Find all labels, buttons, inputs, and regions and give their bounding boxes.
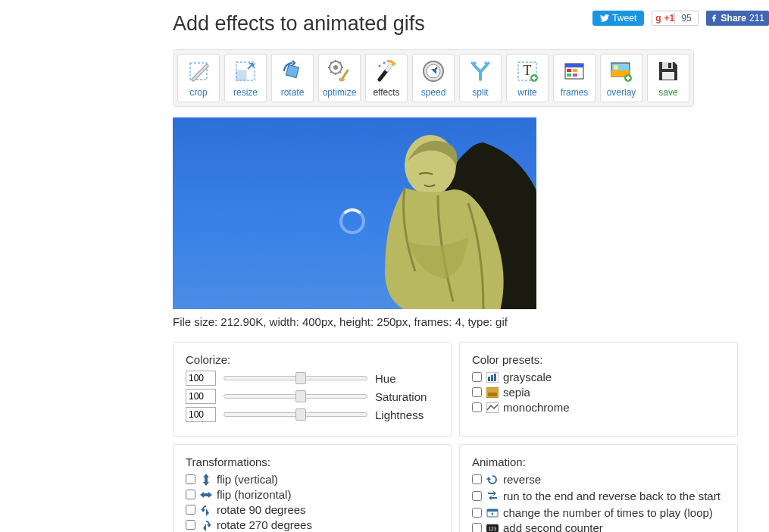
flip-horizontal-checkbox[interactable]: [186, 490, 195, 499]
presets-panel: Color presets: grayscale sepia: [459, 342, 738, 437]
svg-rect-17: [573, 69, 577, 72]
monochrome-checkbox[interactable]: [472, 402, 482, 412]
reverse-checkbox[interactable]: [472, 474, 482, 484]
twitter-icon: [600, 14, 609, 22]
colorize-title: Colorize:: [186, 353, 439, 366]
svg-rect-19: [573, 74, 577, 77]
hue-label: Hue: [375, 372, 396, 385]
gplus-button[interactable]: g+1 95: [652, 11, 698, 26]
svg-point-5: [333, 65, 338, 70]
effects-icon: [374, 58, 399, 84]
file-info: File size: 212.90K, width: 400px, height…: [173, 315, 769, 328]
tool-save[interactable]: save: [647, 54, 689, 102]
optimize-icon: [327, 58, 352, 84]
animation-title: Animation:: [472, 455, 725, 468]
lightness-label: Lightness: [375, 408, 424, 421]
svg-rect-25: [668, 63, 671, 68]
rotate-270-icon: [200, 519, 212, 531]
svg-rect-31: [494, 374, 496, 381]
share-buttons: Tweet g+1 95 Share 211: [592, 11, 769, 26]
loop-checkbox[interactable]: [472, 508, 482, 518]
loading-spinner-icon: [339, 208, 365, 234]
colorize-panel: Colorize: Hue Saturation Li: [173, 342, 452, 437]
write-icon: T: [514, 58, 540, 84]
boomerang-checkbox[interactable]: [472, 491, 482, 501]
saturation-label: Saturation: [375, 390, 427, 403]
fb-share-button[interactable]: Share 211: [706, 11, 769, 26]
frames-icon: [561, 58, 587, 84]
svg-rect-30: [491, 375, 493, 381]
presets-title: Color presets:: [472, 353, 725, 366]
tool-split[interactable]: split: [459, 54, 502, 102]
tool-write[interactable]: T write: [506, 54, 549, 102]
monochrome-icon: [486, 402, 499, 414]
fb-share-label: Share: [721, 13, 746, 23]
svg-point-6: [339, 78, 345, 82]
fb-share-count: 211: [749, 13, 764, 23]
loop-icon: [486, 507, 499, 519]
speed-icon: [420, 58, 446, 84]
tool-resize[interactable]: resize: [224, 54, 267, 102]
resize-icon: [233, 58, 258, 84]
grayscale-checkbox[interactable]: [472, 372, 482, 382]
reverse-row[interactable]: reverse: [472, 473, 725, 486]
saturation-slider[interactable]: [224, 390, 367, 402]
sepia-icon: [486, 386, 499, 399]
svg-rect-2: [236, 70, 246, 80]
lightness-input[interactable]: [186, 407, 216, 422]
svg-rect-36: [487, 509, 498, 512]
svg-rect-0: [190, 63, 207, 80]
rotate-90-icon: [200, 504, 212, 516]
split-icon: [467, 58, 493, 84]
hue-slider[interactable]: [224, 372, 367, 384]
svg-rect-26: [662, 72, 674, 80]
svg-rect-33: [488, 393, 497, 396]
flip-vertical-row[interactable]: flip (vertical): [186, 473, 439, 486]
tool-speed[interactable]: speed: [412, 54, 455, 102]
tool-effects[interactable]: effects: [365, 54, 408, 102]
tweet-button[interactable]: Tweet: [592, 11, 644, 26]
tool-optimize[interactable]: optimize: [318, 54, 361, 102]
gplus-count: 95: [674, 13, 697, 23]
rotate-270-row[interactable]: rotate 270 degrees: [186, 518, 439, 531]
counter-checkbox[interactable]: [472, 523, 482, 532]
svg-rect-18: [567, 74, 571, 77]
boomerang-row[interactable]: run to the end and reverse back to the s…: [472, 488, 725, 504]
crop-icon: [186, 58, 211, 84]
flip-vertical-checkbox[interactable]: [186, 474, 195, 484]
gplus-icon: g: [652, 13, 664, 23]
preset-monochrome[interactable]: monochrome: [472, 401, 725, 414]
flip-vertical-icon: [200, 474, 212, 486]
svg-rect-3: [286, 64, 299, 77]
toolbar: crop resize rotate optimize effects: [173, 49, 694, 107]
tool-frames[interactable]: frames: [553, 54, 596, 102]
tool-rotate[interactable]: rotate: [271, 54, 314, 102]
saturation-input[interactable]: [186, 389, 216, 404]
facebook-icon: [711, 14, 718, 22]
svg-point-7: [379, 65, 381, 67]
counter-row[interactable]: 123 add second counter: [472, 521, 725, 532]
sepia-checkbox[interactable]: [472, 387, 482, 397]
loop-row[interactable]: change the number of times to play (loop…: [472, 506, 725, 519]
save-icon: [655, 58, 681, 84]
svg-point-8: [383, 62, 386, 64]
rotate-90-row[interactable]: rotate 90 degrees: [186, 503, 439, 516]
flip-horizontal-row[interactable]: flip (horizontal): [186, 488, 439, 501]
svg-rect-16: [567, 69, 571, 72]
svg-text:T: T: [524, 63, 532, 78]
tool-crop[interactable]: crop: [177, 54, 220, 102]
boomerang-icon: [486, 490, 499, 502]
rotate-90-checkbox[interactable]: [186, 505, 195, 515]
preset-sepia[interactable]: sepia: [472, 386, 725, 399]
image-preview: [173, 117, 536, 309]
grayscale-icon: [486, 371, 499, 383]
preset-grayscale[interactable]: grayscale: [472, 371, 725, 383]
svg-rect-29: [488, 377, 490, 381]
page-title: Add effects to animated gifs: [173, 12, 425, 36]
tool-overlay[interactable]: overlay: [600, 54, 642, 102]
animation-panel: Animation: reverse run to the end and re…: [459, 444, 738, 532]
lightness-slider[interactable]: [224, 408, 367, 421]
hue-input[interactable]: [186, 371, 216, 386]
rotate-270-checkbox[interactable]: [186, 520, 195, 530]
svg-point-22: [614, 65, 618, 70]
